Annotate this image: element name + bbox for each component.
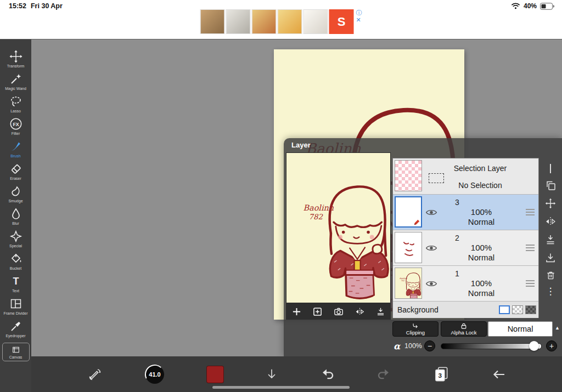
color-picker-swatch[interactable] (206, 366, 224, 383)
ad-info-icon[interactable]: ⓘ (356, 9, 362, 16)
layers-pages-icon: 3 (432, 366, 450, 383)
drag-handle[interactable] (522, 195, 538, 230)
alpha-lock-button[interactable]: Alpha Lock (441, 321, 487, 337)
filter-fx-icon: FX (9, 117, 23, 130)
alpha-decrease-button[interactable]: − (424, 340, 435, 351)
background-color-transparent-light[interactable] (512, 305, 523, 314)
tool-magic-wand[interactable]: Magic Wand (0, 70, 31, 93)
merge-down-button[interactable] (545, 234, 556, 245)
merge-layer-button[interactable] (375, 306, 386, 317)
ad-thumbnail[interactable] (278, 9, 302, 34)
ad-thumbnail[interactable] (200, 9, 225, 34)
alpha-symbol: α (394, 341, 400, 351)
ad-close-icon[interactable]: ✕ (356, 16, 362, 23)
visibility-toggle[interactable] (422, 266, 441, 301)
home-indicator[interactable] (212, 386, 350, 389)
visibility-toggle[interactable] (422, 230, 441, 265)
tool-eyedropper[interactable]: Eyedropper (0, 317, 31, 340)
tool-label: Smudge (8, 199, 23, 203)
selection-layer-info: Selection Layer No Selection (422, 158, 538, 194)
tool-filter[interactable]: FX Filter (0, 115, 31, 138)
layers-button[interactable]: 3 (432, 366, 450, 383)
flip-horizontal-button[interactable] (354, 306, 366, 317)
layer-name: 3 (441, 198, 522, 207)
special-icon (9, 230, 23, 243)
add-special-layer-button[interactable] (312, 306, 323, 317)
tool-lasso[interactable]: Lasso (0, 93, 31, 115)
add-layer-button[interactable] (291, 306, 302, 317)
status-right: 40% (511, 2, 554, 10)
duplicate-layer-button[interactable] (545, 180, 556, 191)
ad-thumbnail[interactable] (252, 9, 277, 34)
alpha-lock-icon (460, 323, 467, 329)
background-color-transparent-dark[interactable] (525, 305, 536, 314)
tool-special[interactable]: Special (0, 228, 31, 250)
import-image-button[interactable] (545, 252, 556, 263)
eraser-icon (9, 162, 23, 175)
svg-text:T: T (13, 276, 19, 287)
flip-layer-button[interactable] (545, 216, 556, 227)
delete-layer-button[interactable] (546, 270, 556, 281)
drag-handle[interactable] (522, 230, 538, 265)
ad-thumbnail[interactable] (226, 9, 251, 34)
tool-rail: Transform Magic Wand Lasso FX Filter Bru… (0, 39, 31, 392)
clock: 15:52 (9, 2, 26, 10)
tool-frame-divider[interactable]: Frame Divider (0, 295, 31, 317)
tool-canvas[interactable]: Canvas (2, 343, 30, 361)
ad-brand-badge[interactable]: S (329, 9, 354, 34)
undo-button[interactable] (319, 366, 335, 382)
transform-icon (9, 50, 23, 63)
tool-label: Bucket (10, 266, 21, 270)
visibility-toggle[interactable] (422, 195, 441, 230)
layer-1-thumbnail[interactable] (395, 268, 422, 299)
background-row[interactable]: Background (393, 302, 538, 318)
layer-row-1[interactable]: 1 100% Normal (393, 266, 538, 302)
clipping-button[interactable]: Clipping (392, 321, 439, 337)
layer-list: Selection Layer No Selection 3 100% (392, 158, 539, 318)
tool-text[interactable]: T Text (0, 272, 31, 295)
tool-bucket[interactable]: Bucket (0, 250, 31, 272)
alpha-slider[interactable] (441, 343, 542, 349)
move-layer-button[interactable] (545, 198, 556, 209)
bucket-icon (9, 252, 23, 265)
layer-opacity: 100% (441, 279, 522, 288)
layer-2-thumbnail[interactable] (395, 232, 422, 263)
alpha-value: 100% (404, 342, 422, 350)
layer-row-3[interactable]: 3 100% Normal (393, 195, 538, 230)
canvas-preview[interactable] (286, 152, 391, 303)
layer-blend-mode: Normal (441, 217, 522, 226)
tool-brush[interactable]: Brush (0, 138, 31, 160)
background-color-white[interactable] (499, 305, 510, 314)
selection-layer-row[interactable]: Selection Layer No Selection (393, 158, 538, 195)
drag-handle[interactable] (522, 266, 538, 301)
layer-row-2[interactable]: 2 100% Normal (393, 230, 538, 266)
camera-import-button[interactable] (333, 306, 345, 317)
blend-dropdown-caret[interactable]: ▲ (555, 325, 560, 331)
blend-mode-dropdown[interactable]: Normal (488, 321, 553, 337)
current-color (206, 366, 224, 383)
lasso-icon (9, 95, 23, 108)
pull-down-arrow-button[interactable] (265, 367, 279, 382)
layer-info: 1 100% Normal (441, 266, 522, 301)
tool-transform[interactable]: Transform (0, 48, 31, 70)
alpha-increase-button[interactable]: + (546, 340, 557, 351)
selection-status: No Selection (422, 181, 538, 190)
tool-blur[interactable]: Blur (0, 205, 31, 228)
battery-percent: 40% (524, 2, 537, 10)
alpha-slider-knob[interactable] (529, 341, 539, 351)
brush-size-indicator[interactable]: 41.0 (144, 363, 166, 385)
status-and-ad-header: 15:52 Fri 30 Apr 40% S ⓘ ✕ (0, 0, 562, 39)
transparency-background-button[interactable] (550, 164, 551, 173)
more-options-button[interactable]: ⋮ (546, 288, 555, 296)
back-button[interactable] (491, 366, 507, 383)
tool-eraser[interactable]: Eraser (0, 160, 31, 183)
tool-smudge[interactable]: Smudge (0, 183, 31, 205)
layer-3-thumbnail[interactable] (395, 196, 422, 228)
background-label: Background (397, 305, 499, 314)
ad-controls: ⓘ ✕ (356, 9, 362, 23)
layer-name: 1 (441, 269, 522, 278)
selection-layer-thumbnail[interactable] (395, 160, 422, 191)
brush-eraser-toggle[interactable] (87, 366, 103, 383)
ad-thumbnail[interactable] (304, 9, 328, 34)
redo-button[interactable] (376, 366, 392, 382)
